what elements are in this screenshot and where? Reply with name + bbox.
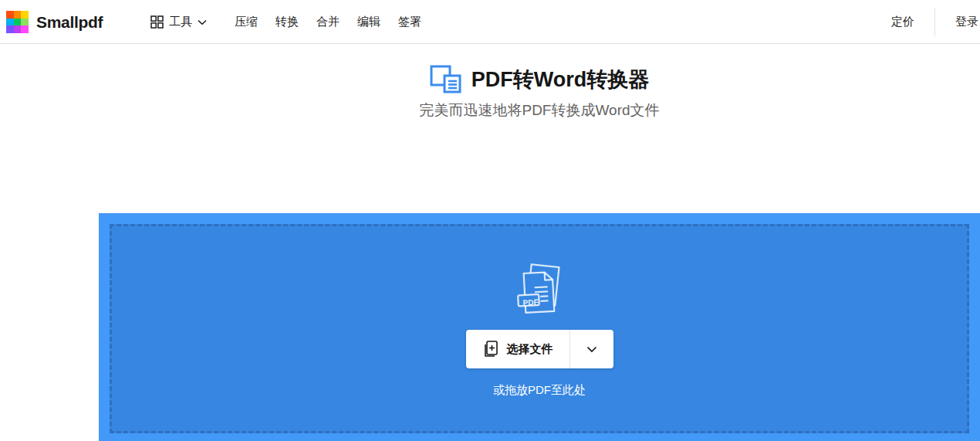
drag-drop-hint: 或拖放PDF至此处 (493, 383, 586, 398)
page-subtitle: 完美而迅速地将PDF转换成Word文件 (0, 100, 980, 120)
dropzone-dashed-area[interactable]: PDF 选择文件 (110, 224, 969, 433)
choose-file-button[interactable]: 选择文件 (466, 330, 569, 368)
main-nav: 工具 压缩 转换 合并 编辑 签署 (150, 0, 439, 44)
page-title: PDF转Word转换器 (471, 66, 650, 93)
add-file-icon (482, 340, 498, 358)
choose-file-label: 选择文件 (507, 342, 553, 357)
choose-file-options-button[interactable] (570, 330, 613, 368)
stacked-pdf-files-icon: PDF (509, 262, 569, 322)
nav-pricing-link[interactable]: 定价 (891, 15, 914, 29)
smallpdf-home-link[interactable]: Smallpdf (6, 0, 103, 44)
pdf-badge-label: PDF (522, 298, 539, 307)
chevron-down-icon (198, 19, 207, 25)
file-dropzone[interactable]: PDF 选择文件 (99, 213, 980, 441)
nav-tools-dropdown[interactable]: 工具 (150, 15, 207, 29)
chevron-down-icon (586, 346, 597, 353)
nav-item-compress[interactable]: 压缩 (235, 15, 258, 29)
grid-2x2-icon (150, 15, 164, 29)
nav-divider (934, 8, 935, 36)
choose-file-split-button: 选择文件 (466, 330, 613, 368)
nav-tools-label: 工具 (169, 15, 192, 29)
copy-documents-icon (430, 65, 461, 93)
smallpdf-logo-icon (6, 11, 29, 33)
nav-item-convert[interactable]: 转换 (275, 15, 299, 29)
nav-login-link[interactable]: 登录 (955, 15, 978, 29)
brand-name: Smallpdf (36, 13, 103, 32)
nav-right: 定价 登录 (891, 0, 978, 44)
hero-section: PDF转Word转换器 完美而迅速地将PDF转换成Word文件 (0, 65, 980, 120)
nav-item-merge[interactable]: 合并 (316, 15, 340, 29)
top-navbar: Smallpdf 工具 压缩 转换 合并 编辑 签署 定价 登录 (0, 0, 980, 44)
nav-item-edit[interactable]: 编辑 (357, 15, 380, 29)
nav-item-sign[interactable]: 签署 (398, 15, 421, 29)
